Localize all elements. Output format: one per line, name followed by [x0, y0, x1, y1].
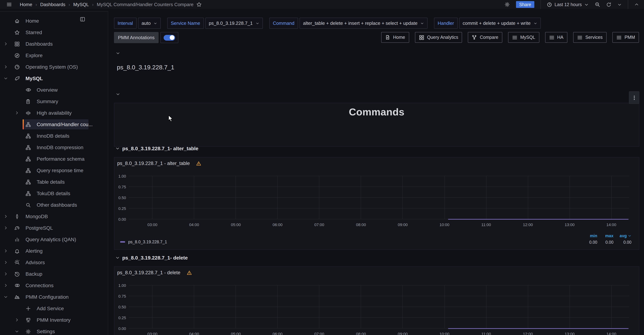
- chart-plot-area: [128, 285, 629, 328]
- menu-icon[interactable]: [6, 2, 12, 7]
- link-button-services[interactable]: Services: [573, 32, 606, 43]
- gridline-vertical: [486, 176, 486, 219]
- row-collapse-chevron-icon[interactable]: [116, 51, 120, 55]
- zoom-out-icon[interactable]: [595, 2, 600, 7]
- annotations-toggle[interactable]: [164, 35, 175, 40]
- variable-dropdown-service-name[interactable]: ps_8.0_3.19.228.7_1: [205, 18, 263, 29]
- sidebar-item-query-response-time[interactable]: Query response time: [0, 164, 108, 176]
- variable-dropdown-interval[interactable]: auto: [138, 18, 161, 29]
- y-axis-tick-label: 0.50: [112, 305, 126, 309]
- sitemap-icon: [26, 145, 31, 150]
- share-button[interactable]: Share: [516, 1, 534, 8]
- x-axis-tick-label: 10:00: [440, 332, 449, 335]
- x-axis-tick-label: 05:00: [231, 332, 241, 335]
- variable-dropdown-handler[interactable]: commit + delete + update + write: [459, 18, 540, 29]
- variable-label: Command: [269, 18, 298, 29]
- sidebar-item-performance-schema[interactable]: Performance schema: [0, 153, 108, 164]
- panel-header[interactable]: ps_8.0_3.19.228.7_1 - alter_table: [114, 158, 639, 169]
- refresh-interval-chevron-icon[interactable]: [618, 2, 622, 7]
- commands-text-panel: Commands: [114, 103, 639, 147]
- breadcrumb: Home›Dashboards›MySQL›MySQL Command/Hand…: [20, 2, 194, 7]
- sidebar-item-starred[interactable]: Starred: [0, 26, 108, 38]
- stat-header-max[interactable]: max: [597, 234, 614, 238]
- link-button-mysql[interactable]: MySQL: [508, 32, 539, 43]
- stat-header-min[interactable]: min: [581, 234, 597, 238]
- sidebar-item-advisors[interactable]: Advisors: [0, 257, 108, 268]
- sidebar-item-home[interactable]: Home: [0, 15, 108, 26]
- y-axis-tick-label: 0.00: [112, 326, 126, 331]
- sidebar-item-query-analytics-qan[interactable]: Query Analytics (QAN): [0, 234, 108, 245]
- sidebar-item-tokudb-details[interactable]: TokuDB details: [0, 188, 108, 199]
- sidebar-item-dashboards[interactable]: Dashboards: [0, 38, 108, 50]
- sidebar-item-explore[interactable]: Explore: [0, 50, 108, 61]
- sitemap-icon: [26, 133, 31, 138]
- link-button-ha[interactable]: HA: [545, 32, 568, 43]
- sidebar-item-pmm-inventory[interactable]: PMM Inventory: [0, 314, 108, 326]
- sidebar-item-connections[interactable]: Connections: [0, 280, 108, 291]
- legend-series-name: ps_8.0_3.19.228.7_1: [128, 240, 167, 244]
- sitemap-icon: [26, 168, 31, 173]
- sidebar-item-pmm-configuration[interactable]: PMM Configuration: [0, 291, 108, 303]
- sidebar-item-mysql[interactable]: MySQL: [0, 72, 108, 84]
- sidebar-item-operating-system-os[interactable]: Operating System (OS): [0, 61, 108, 72]
- section-row-alter-table[interactable]: ps_8.0_3.19.228.7_1- alter_table: [116, 146, 198, 151]
- panel-header[interactable]: ps_8.0_3.19.228.7_1 - delete: [114, 267, 639, 278]
- gridline-vertical: [319, 176, 320, 219]
- time-range-picker[interactable]: Last 12 hours: [547, 2, 589, 7]
- chevron-right-icon: [15, 111, 19, 115]
- sidebar-item-high-availability[interactable]: High availability: [0, 107, 108, 118]
- stat-value: 0.00: [597, 240, 614, 244]
- sidebar-item-alerting[interactable]: Alerting: [0, 245, 108, 257]
- warning-icon[interactable]: [186, 270, 192, 275]
- sidebar-item-innodb-details[interactable]: InnoDB details: [0, 130, 108, 142]
- refresh-icon[interactable]: [606, 2, 611, 7]
- x-axis-tick-label: 10:00: [440, 222, 449, 227]
- y-axis-tick-label: 1.00: [112, 174, 126, 178]
- chevron-down-icon: [154, 22, 157, 25]
- sidebar-item-backup[interactable]: Backup: [0, 268, 108, 280]
- chevron-up-icon[interactable]: [634, 2, 639, 7]
- x-axis-tick-label: 13:00: [565, 222, 574, 227]
- panel-menu-icon[interactable]: [629, 91, 639, 104]
- row-collapse-chevron-icon[interactable]: [116, 92, 120, 96]
- link-button-pmm[interactable]: PMM: [612, 32, 639, 43]
- sidebar-item-other-dashboards[interactable]: Other dashboards: [0, 199, 108, 211]
- sidebar-item-table-details[interactable]: Table details: [0, 176, 108, 188]
- dashboard-settings-icon[interactable]: [504, 2, 510, 7]
- gridline-horizontal: [128, 306, 629, 307]
- link-button-home[interactable]: Home: [381, 32, 409, 43]
- search-icon: [26, 202, 31, 208]
- waveform-icon: [26, 110, 31, 116]
- sidebar-item-overview[interactable]: Overview: [0, 84, 108, 96]
- gridline-vertical: [528, 176, 528, 219]
- breadcrumb-item[interactable]: MySQL: [73, 2, 89, 7]
- x-axis-tick-label: 07:00: [314, 332, 324, 335]
- chevron-down-icon: [116, 146, 120, 150]
- gridline-vertical: [361, 176, 361, 219]
- link-button-compare[interactable]: Compare: [468, 32, 502, 43]
- gridline-vertical: [402, 176, 403, 219]
- breadcrumb-separator: ›: [92, 2, 94, 7]
- link-button-query-analytics[interactable]: Query Analytics: [415, 32, 462, 43]
- gridline-vertical: [319, 285, 320, 328]
- sidebar-item-add-service[interactable]: Add Service: [0, 303, 108, 314]
- breadcrumb-item[interactable]: Home: [20, 2, 32, 7]
- breadcrumb-item[interactable]: Dashboards: [40, 2, 65, 7]
- variable-label: Handler: [434, 18, 458, 29]
- stat-header-avg[interactable]: avg: [614, 234, 632, 238]
- sidebar-item-summary[interactable]: Summary: [0, 96, 108, 107]
- chart-panel-alter-table: ps_8.0_3.19.228.7_1 - alter_table1.000.7…: [114, 157, 639, 250]
- sidebar-item-mongodb[interactable]: MongoDB: [0, 211, 108, 222]
- legend-item[interactable]: ps_8.0_3.19.228.7_1: [120, 240, 167, 244]
- warning-icon[interactable]: [196, 161, 201, 166]
- sidebar-item-innodb-compression[interactable]: InnoDB compression: [0, 142, 108, 153]
- variable-dropdown-command[interactable]: alter_table + delete + insert + replace …: [299, 18, 428, 29]
- section-row-delete[interactable]: ps_8.0_3.19.228.7_1- delete: [116, 255, 188, 260]
- sidebar-item-postgresql[interactable]: PostgreSQL: [0, 222, 108, 234]
- breadcrumb-item[interactable]: MySQL Command/Handler Counters Compare: [97, 2, 194, 7]
- star-favorite-icon[interactable]: [196, 2, 202, 7]
- y-axis-tick-label: 0.75: [112, 294, 126, 298]
- chevron-right-icon: [4, 272, 8, 276]
- sidebar-item-settings[interactable]: Settings: [0, 326, 108, 335]
- sidebar-item-command-handler-cou[interactable]: Command/Handler cou...: [0, 118, 108, 130]
